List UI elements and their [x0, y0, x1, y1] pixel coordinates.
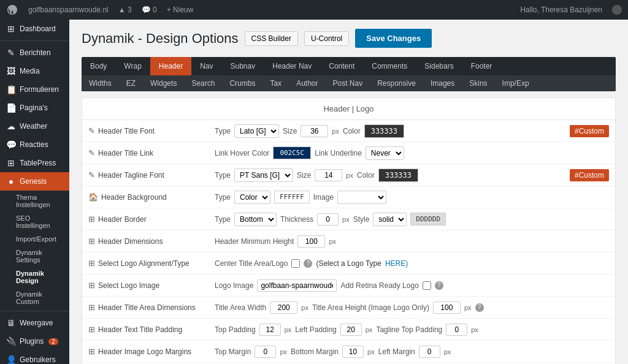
sub-tab-author[interactable]: Author	[289, 75, 325, 91]
retina-checkbox[interactable]	[423, 281, 431, 290]
top-padding-px: px	[285, 326, 292, 333]
title-height-input[interactable]	[433, 301, 461, 314]
sub-tab-responsive[interactable]: Responsive	[370, 75, 423, 91]
sub-tab-imp-exp[interactable]: Imp/Exp	[495, 75, 537, 91]
border-type-select[interactable]: Bottom	[234, 213, 277, 226]
tagline-custom-button[interactable]: #Custom	[570, 169, 609, 181]
font-type-select[interactable]: Lato [G]	[234, 124, 279, 138]
sidebar-item-tablepress[interactable]: ⊞ TablePress	[0, 154, 69, 172]
style-select[interactable]: solid	[373, 213, 407, 226]
logo-image-input[interactable]	[257, 279, 337, 292]
tab-content[interactable]: Content	[320, 57, 363, 75]
new-content-button[interactable]: + Nieuw	[167, 6, 194, 14]
tab-header[interactable]: Header	[150, 57, 191, 75]
top-margin-px: px	[280, 348, 287, 355]
css-builder-button[interactable]: CSS Builder	[245, 31, 298, 46]
color-swatch[interactable]: 333333	[364, 124, 404, 138]
tab-subnav[interactable]: Subnav	[222, 57, 264, 75]
reacties-icon: 💬	[6, 140, 16, 150]
tab-header-nav[interactable]: Header Nav	[264, 57, 320, 75]
select-logo-type-text: (Select a Logo Type	[316, 259, 381, 268]
submenu-item-dynamik-settings[interactable]: Dynamik Settings	[0, 246, 69, 267]
border-color-swatch[interactable]: DDDDDD	[410, 213, 446, 226]
underline-select[interactable]: Never	[366, 146, 404, 160]
sidebar-item-formulieren[interactable]: 📋 Formulieren	[0, 80, 69, 99]
sub-tab-skins[interactable]: Skins	[462, 75, 494, 91]
sidebar-item-dashboard[interactable]: ⊞ Dashboard	[0, 20, 69, 38]
top-margin-input[interactable]	[255, 346, 276, 358]
sidebar-item-paginas[interactable]: 📄 Pagina's	[0, 99, 69, 117]
sidebar-item-weather[interactable]: ☁ Weather	[0, 117, 69, 135]
border-type-label: Type	[215, 215, 231, 224]
sidebar-item-media[interactable]: 🖼 Media	[0, 62, 69, 80]
row-header-border: ⊞ Header Border Type Bottom Thickness px…	[82, 208, 615, 230]
type-label: Type	[215, 127, 231, 135]
page-header: Dynamik - Design Options CSS Builder U-C…	[82, 29, 616, 48]
pencil-icon: ✎	[88, 126, 95, 135]
tagline-size-input[interactable]	[315, 169, 342, 181]
row-label-header-bg: 🏠 Header Background	[88, 192, 211, 202]
save-changes-button[interactable]: Save Changes	[355, 29, 432, 48]
submenu-item-seo[interactable]: SEO Instellingen	[0, 211, 69, 232]
submenu-item-dynamik-design[interactable]: Dynamik Design	[0, 267, 69, 287]
title-height-px: px	[464, 304, 472, 311]
sub-tab-tax[interactable]: Tax	[262, 75, 289, 91]
row-controls-logo-align: Center Title Area/Logo ? (Select a Logo …	[215, 259, 609, 268]
help-icon-2[interactable]: ?	[435, 281, 443, 290]
custom-button[interactable]: #Custom	[570, 125, 609, 137]
sub-tab-widths[interactable]: Widths	[82, 75, 119, 91]
u-control-button[interactable]: U-Control	[304, 31, 349, 46]
sidebar-item-berichten[interactable]: ✎ Berichten	[0, 44, 69, 62]
submenu-item-thema[interactable]: Thema Instellingen	[0, 191, 69, 211]
sidebar-item-genesis[interactable]: ● Genesis	[0, 172, 69, 191]
wp-logo-icon	[6, 4, 18, 16]
top-padding-input[interactable]	[259, 324, 281, 336]
tagline-top-padding-input[interactable]	[446, 324, 467, 336]
avatar[interactable]	[612, 5, 622, 15]
row-text-title-padding: ⊞ Header Text Title Padding Top Padding …	[82, 319, 615, 341]
help-icon-1[interactable]: ?	[304, 259, 312, 268]
min-height-label: Header Minimum Height	[215, 237, 294, 246]
sub-tab-crumbs[interactable]: Crumbs	[222, 75, 262, 91]
bg-color-swatch[interactable]: FFFFFF	[274, 191, 310, 203]
center-checkbox[interactable]	[291, 259, 300, 268]
tagline-top-padding-label: Tagline Top Padding	[376, 325, 442, 334]
updates-icon[interactable]: ▲ 3	[118, 6, 132, 14]
sub-tab-post-nav[interactable]: Post Nav	[325, 75, 370, 91]
row-controls-header-title-link: Link Hover Color 002C5C Link Underline N…	[215, 146, 609, 160]
left-margin-input[interactable]	[419, 346, 440, 358]
bg-image-select[interactable]	[337, 191, 386, 204]
sidebar-item-plugins[interactable]: 🔌 Plugins 2	[0, 332, 69, 351]
title-width-input[interactable]	[270, 301, 297, 314]
bg-type-select[interactable]: Color	[234, 191, 270, 204]
thickness-input[interactable]	[317, 213, 339, 226]
submenu-item-dynamik-custom[interactable]: Dynamik Custom	[0, 287, 69, 308]
help-icon-3[interactable]: ?	[475, 303, 484, 312]
hover-color-swatch[interactable]: 002C5C	[273, 146, 311, 159]
font-size-input[interactable]	[301, 125, 328, 137]
bottom-margin-input[interactable]	[342, 346, 364, 358]
menu-divider-2	[0, 311, 69, 311]
min-height-input[interactable]	[297, 235, 325, 248]
left-padding-input[interactable]	[340, 324, 362, 336]
sub-tab-ez[interactable]: EZ	[119, 75, 143, 91]
comments-icon[interactable]: 💬 0	[142, 6, 157, 14]
tab-wrap[interactable]: Wrap	[115, 57, 150, 75]
sidebar-item-gebruikers[interactable]: 👤 Gebruikers	[0, 351, 69, 364]
tab-body[interactable]: Body	[82, 57, 115, 75]
tagline-color-swatch[interactable]: 333333	[378, 169, 418, 182]
tab-sidebars[interactable]: Sidebars	[416, 57, 462, 75]
site-name[interactable]: golfbaanspaarnwoude.nl	[28, 6, 109, 14]
tab-comments[interactable]: Comments	[363, 57, 416, 75]
sidebar-item-reacties[interactable]: 💬 Reacties	[0, 135, 69, 154]
sub-tab-widgets[interactable]: Widgets	[143, 75, 184, 91]
sub-tab-images[interactable]: Images	[423, 75, 462, 91]
tab-nav[interactable]: Nav	[191, 57, 221, 75]
submenu-item-import[interactable]: Import/Export	[0, 232, 69, 246]
tab-footer[interactable]: Footer	[462, 57, 501, 75]
tagline-font-select[interactable]: PT Sans [G]	[234, 169, 293, 182]
sidebar-item-weergave[interactable]: 🖥 Weergave	[0, 314, 69, 332]
here-link[interactable]: HERE)	[385, 259, 408, 268]
row-label-logo-align: ⊞ Select Logo Alignment/Type	[88, 259, 211, 268]
sub-tab-search[interactable]: Search	[184, 75, 222, 91]
